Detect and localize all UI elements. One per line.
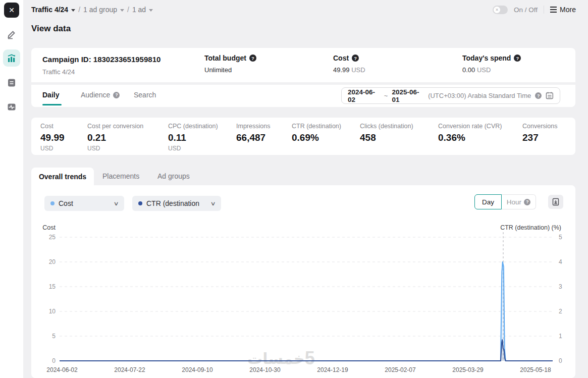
metrics-summary-card: Cost49.99USD Cost per conversion0.21USD … <box>31 118 575 155</box>
activity-pulse-icon[interactable] <box>6 101 17 113</box>
todays-spend-column: Today's spend? 0.00 USD <box>462 54 521 74</box>
help-icon[interactable]: ? <box>514 55 521 62</box>
svg-text:CTR (destination) (%): CTR (destination) (%) <box>500 224 561 231</box>
help-icon[interactable]: ? <box>352 55 359 62</box>
svg-text:2025-02-07: 2025-02-07 <box>385 366 416 373</box>
analytics-chart-icon[interactable] <box>3 49 20 67</box>
calendar-icon[interactable] <box>546 91 554 100</box>
breadcrumb-separator: / <box>127 6 129 14</box>
metric-clicks-destination: Clicks (destination)458 <box>360 123 413 152</box>
svg-text:0: 0 <box>559 357 562 364</box>
top-right-controls: ✕ On / Off More <box>493 0 576 19</box>
cost-column: Cost? 49.99 USD <box>333 54 365 74</box>
export-document-icon <box>552 198 560 206</box>
trend-chart[interactable]: 05101520250123452024-06-022024-07-222024… <box>38 224 565 376</box>
breadcrumb: Traffic 4/24 / 1 ad group / 1 ad <box>31 6 153 14</box>
tab-overall-trends[interactable]: Overall trends <box>31 168 94 185</box>
metric-conversion-rate: Conversion rate (CVR)0.36% <box>438 123 502 152</box>
svg-text:2025-03-29: 2025-03-29 <box>452 366 484 373</box>
more-label: More <box>560 6 576 14</box>
campaign-name: Traffic 4/24 <box>42 68 75 76</box>
svg-text:1: 1 <box>559 333 562 340</box>
help-icon[interactable]: ? <box>249 55 256 62</box>
left-sidebar: ✕ <box>0 0 23 378</box>
date-end: 2025-06-01 <box>392 88 424 103</box>
view-data-page: ✕ Traffic 4/24 / 1 ad group <box>0 0 588 378</box>
campaign-id: Campaign ID: 1830233651959810 <box>42 55 161 64</box>
view-tabs-section: Daily Audience? Search 2024-06-02 ~ 2025… <box>31 85 575 107</box>
chevron-down-icon[interactable] <box>120 9 124 12</box>
cost-value: 49.99 <box>333 66 350 74</box>
svg-text:2024-06-02: 2024-06-02 <box>46 366 78 373</box>
onoff-label: On / Off <box>514 6 538 14</box>
help-icon[interactable]: ? <box>113 92 120 98</box>
series-color-dot <box>138 201 142 205</box>
help-icon: ? <box>524 199 530 205</box>
metric-ctr-destination: CTR (destination)0.69% <box>292 123 341 152</box>
total-budget-value: Unlimited <box>204 66 232 74</box>
todays-spend-label: Today's spend <box>462 54 511 62</box>
date-tilde: ~ <box>384 92 388 99</box>
tab-audience[interactable]: Audience? <box>81 85 120 105</box>
chart-panel: Cost ∨ CTR (destination ∨ Day Hour? خمسا… <box>31 185 575 378</box>
svg-text:5: 5 <box>52 333 56 340</box>
metric-select-1[interactable]: Cost ∨ <box>44 196 124 211</box>
chevron-down-icon[interactable] <box>149 9 153 12</box>
document-icon[interactable] <box>6 77 17 88</box>
line-chart-svg: 05101520250123452024-06-022024-07-222024… <box>38 224 565 376</box>
tab-daily[interactable]: Daily <box>42 85 59 105</box>
divider <box>544 6 544 14</box>
metric-impressions: Impressions66,487 <box>236 123 270 152</box>
svg-text:Cost: Cost <box>42 224 56 231</box>
tab-placements[interactable]: Placements <box>102 168 139 185</box>
page-title: View data <box>31 24 71 34</box>
svg-text:2025-05-18: 2025-05-18 <box>520 366 551 373</box>
edit-pencil-icon[interactable] <box>6 29 17 40</box>
hour-button[interactable]: Hour? <box>502 194 536 209</box>
series-color-dot <box>50 201 55 205</box>
metric-cost-per-conversion: Cost per conversion0.21USD <box>87 123 143 152</box>
breadcrumb-ad-group[interactable]: 1 ad group <box>83 6 117 14</box>
tab-ad-groups[interactable]: Ad groups <box>157 168 190 185</box>
metric-select-1-label: Cost <box>59 199 73 207</box>
metric-cost: Cost49.99USD <box>40 123 65 152</box>
svg-text:10: 10 <box>49 308 56 315</box>
trend-tabs: Overall trends Placements Ad groups <box>31 168 575 185</box>
toggle-knob-icon: ✕ <box>494 7 500 13</box>
svg-text:20: 20 <box>49 258 56 265</box>
total-budget-column: Total budget? Unlimited <box>204 54 256 74</box>
help-icon[interactable]: ? <box>535 92 542 99</box>
metric-cpc-destination: CPC (destination)0.11USD <box>168 123 218 152</box>
svg-text:15: 15 <box>49 283 56 290</box>
metric-select-2[interactable]: CTR (destination ∨ <box>132 196 221 211</box>
breadcrumb-campaign[interactable]: Traffic 4/24 <box>31 6 68 14</box>
date-range-picker[interactable]: 2024-06-02 ~ 2025-06-01 (UTC+03:00) Arab… <box>341 87 560 104</box>
cost-unit: USD <box>351 66 365 74</box>
total-budget-label: Total budget <box>204 54 246 62</box>
svg-text:2024-12-19: 2024-12-19 <box>317 366 348 373</box>
export-report-button[interactable] <box>548 195 563 209</box>
close-icon[interactable]: ✕ <box>4 3 19 18</box>
cost-label: Cost <box>333 54 349 62</box>
metric-select-2-label: CTR (destination <box>146 199 199 207</box>
menu-lines-icon <box>550 7 557 13</box>
svg-text:2024-10-30: 2024-10-30 <box>249 366 281 373</box>
svg-text:5: 5 <box>559 234 562 241</box>
breadcrumb-ad[interactable]: 1 ad <box>132 6 146 14</box>
campaign-onoff-toggle[interactable]: ✕ <box>493 6 508 14</box>
svg-text:2: 2 <box>559 308 562 315</box>
todays-spend-unit: USD <box>477 66 491 74</box>
metric-conversions: Conversions237 <box>522 123 557 152</box>
granularity-toggle: Day Hour? <box>474 194 536 209</box>
chevron-down-icon: ∨ <box>113 200 119 207</box>
timezone-label: (UTC+03:00) Arabia Standard Time <box>428 92 531 99</box>
top-bar: Traffic 4/24 / 1 ad group / 1 ad ✕ On / … <box>31 0 588 19</box>
tab-search[interactable]: Search <box>134 85 156 105</box>
date-start: 2024-06-02 <box>348 88 380 103</box>
svg-text:4: 4 <box>559 258 562 265</box>
more-menu-button[interactable]: More <box>550 6 576 14</box>
svg-text:3: 3 <box>559 283 562 290</box>
todays-spend-value: 0.00 <box>462 66 475 74</box>
day-button[interactable]: Day <box>474 194 502 209</box>
chevron-down-icon[interactable] <box>71 9 75 12</box>
